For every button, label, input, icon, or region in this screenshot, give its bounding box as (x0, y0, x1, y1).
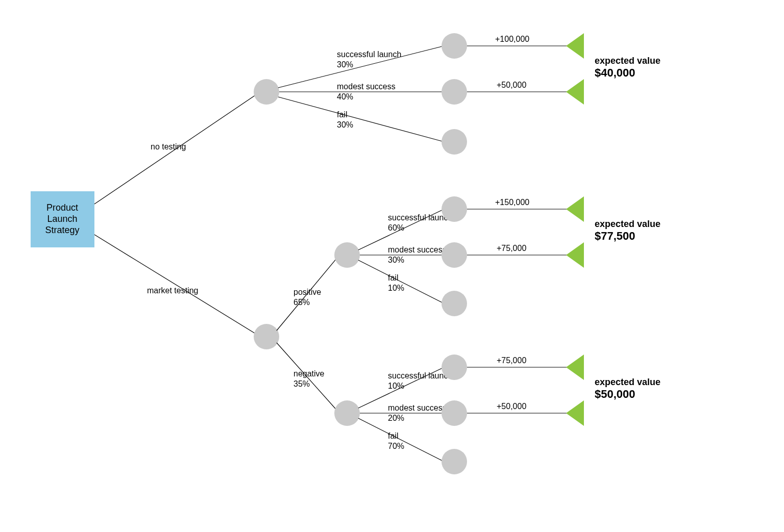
ev-value-nt: $40,000 (595, 66, 635, 79)
outcome-node-neg-fail (442, 449, 467, 474)
chance-node-positive (334, 242, 360, 268)
payoff-pos-success: +150,000 (495, 198, 529, 207)
chance-node-market-testing (254, 324, 279, 349)
root-label-line3: Strategy (45, 225, 79, 235)
label-mt-positive-prob: 65% (293, 298, 310, 307)
label-nt-success-prob: 30% (337, 60, 353, 69)
payoff-nt-modest: +50,000 (497, 81, 526, 89)
outcome-node-nt-modest (442, 79, 467, 105)
label-neg-success-prob: 10% (388, 382, 404, 390)
label-pos-success-prob: 60% (388, 223, 404, 232)
end-node-pos-modest (566, 242, 584, 268)
label-neg-fail-prob: 70% (388, 442, 404, 450)
outcome-node-nt-fail (442, 129, 467, 155)
root-label-line2: Launch (47, 214, 77, 224)
branch-neg-fail (358, 418, 444, 462)
branch-market-testing (94, 235, 260, 337)
ev-value-pos: $77,500 (595, 230, 635, 242)
label-nt-modest: modest success (337, 82, 396, 91)
payoff-pos-modest: +75,000 (497, 244, 526, 252)
outcome-node-nt-success (442, 33, 467, 59)
root-label-line1: Product (46, 202, 78, 213)
end-node-neg-modest (566, 400, 584, 426)
label-market-testing: market testing (147, 286, 198, 295)
chance-node-negative (334, 400, 360, 426)
branch-mt-negative (277, 343, 339, 413)
label-pos-fail: fail (388, 273, 398, 282)
ev-value-neg: $50,000 (595, 388, 635, 400)
outcome-node-pos-modest (442, 242, 467, 268)
outcome-node-neg-modest (442, 400, 467, 426)
end-node-nt-success (566, 33, 584, 59)
outcome-node-pos-success (442, 196, 467, 222)
label-pos-modest: modest success (388, 245, 447, 254)
end-node-nt-modest (566, 79, 584, 105)
label-pos-modest-prob: 30% (388, 256, 404, 264)
end-node-pos-success (566, 196, 584, 222)
payoff-nt-success: +100,000 (495, 35, 529, 43)
ev-label-pos: expected value (595, 219, 660, 229)
label-nt-modest-prob: 40% (337, 92, 353, 101)
outcome-node-pos-fail (442, 291, 467, 316)
payoff-neg-success: +75,000 (497, 356, 526, 365)
label-neg-modest: modest success (388, 403, 447, 412)
label-pos-fail-prob: 10% (388, 284, 404, 292)
label-neg-fail: fail (388, 432, 398, 440)
label-neg-modest-prob: 20% (388, 414, 404, 422)
label-mt-negative-prob: 35% (293, 379, 310, 388)
label-nt-success: successful launch (337, 50, 401, 59)
ev-label-nt: expected value (595, 56, 660, 66)
label-mt-positive: positive (293, 288, 321, 296)
decision-tree-diagram: Product Launch Strategy no testing marke… (0, 0, 784, 532)
end-node-neg-success (566, 354, 584, 380)
label-nt-fail-prob: 30% (337, 120, 353, 129)
outcome-node-neg-success (442, 354, 467, 380)
branch-nt-fail (278, 97, 444, 142)
payoff-neg-modest: +50,000 (497, 402, 526, 411)
branch-pos-fail (358, 260, 444, 303)
label-no-testing: no testing (151, 142, 186, 151)
chance-node-no-testing (254, 79, 279, 105)
label-mt-negative: negative (293, 369, 325, 378)
ev-label-neg: expected value (595, 377, 660, 387)
label-nt-fail: fail (337, 110, 347, 119)
